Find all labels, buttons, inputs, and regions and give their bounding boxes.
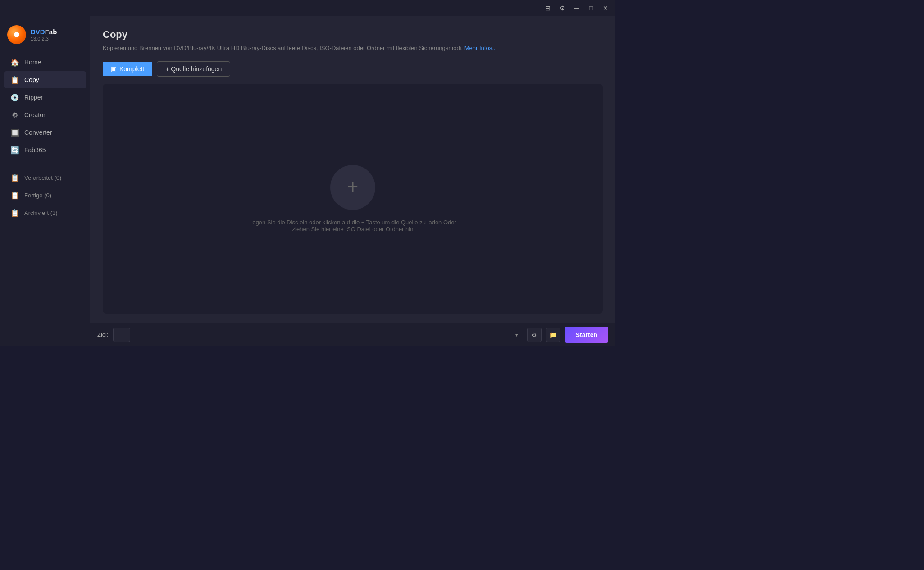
sidebar-item-fab365[interactable]: 🔄 Fab365 bbox=[4, 141, 86, 159]
sidebar-item-label: Home bbox=[24, 59, 41, 66]
copy-icon: 📋 bbox=[11, 76, 19, 84]
close-button[interactable]: ✕ bbox=[599, 3, 612, 13]
minimize-button[interactable]: ─ bbox=[570, 3, 583, 13]
sidebar-item-label: Converter bbox=[24, 129, 52, 136]
sidebar-nav: 🏠 Home 📋 Copy 💿 Ripper ⚙ Creator 🔲 Conve… bbox=[0, 53, 90, 341]
start-button[interactable]: Starten bbox=[565, 327, 608, 343]
maximize-button[interactable]: □ bbox=[585, 3, 597, 13]
home-icon: 🏠 bbox=[11, 58, 19, 66]
converter-icon: 🔲 bbox=[11, 128, 19, 137]
app-logo: DVDFab 13.0.2.3 bbox=[0, 22, 90, 53]
settings-button[interactable]: ⚙ bbox=[556, 3, 569, 13]
sidebar-item-label: Copy bbox=[24, 76, 39, 83]
add-source-circle[interactable]: + bbox=[330, 165, 375, 210]
sidebar-item-creator[interactable]: ⚙ Creator bbox=[4, 106, 86, 123]
sidebar-item-ripper[interactable]: 💿 Ripper bbox=[4, 89, 86, 106]
destination-select-wrapper bbox=[113, 328, 523, 342]
ripper-icon: 💿 bbox=[11, 93, 19, 101]
taskbar-button[interactable]: ⊟ bbox=[542, 3, 554, 13]
drop-hint: Legen Sie die Disc ein oder klicken auf … bbox=[240, 219, 465, 233]
sidebar-item-label: Ripper bbox=[24, 94, 43, 101]
toolbar: ▣ Komplett + Quelle hinzufügen bbox=[103, 61, 603, 77]
folder-icon: 📁 bbox=[549, 331, 557, 338]
sidebar-item-archived[interactable]: 📋 Archiviert (3) bbox=[4, 204, 86, 221]
queue-item-label: Fertige (0) bbox=[24, 192, 51, 199]
page-title: Copy bbox=[103, 29, 603, 41]
sidebar-item-converter[interactable]: 🔲 Converter bbox=[4, 124, 86, 141]
title-bar: ⊟ ⚙ ─ □ ✕ bbox=[0, 0, 615, 16]
komplett-icon: ▣ bbox=[111, 65, 117, 73]
sidebar-item-processing[interactable]: 📋 Verarbeitet (0) bbox=[4, 169, 86, 186]
destination-label: Ziel: bbox=[97, 331, 109, 338]
sidebar-item-label: Creator bbox=[24, 111, 46, 119]
fab365-icon: 🔄 bbox=[11, 146, 19, 154]
app-logo-icon bbox=[7, 25, 26, 44]
komplett-button[interactable]: ▣ Komplett bbox=[103, 62, 152, 76]
processing-icon: 📋 bbox=[11, 173, 19, 182]
queue-item-label: Archiviert (3) bbox=[24, 210, 58, 216]
more-info-link[interactable]: Mehr Infos... bbox=[464, 45, 497, 51]
app-body: DVDFab 13.0.2.3 🏠 Home 📋 Copy 💿 Ripper ⚙… bbox=[0, 16, 615, 346]
content-area: Copy Kopieren und Brennen von DVD/Blu-ra… bbox=[90, 16, 615, 323]
add-source-button[interactable]: + Quelle hinzufügen bbox=[157, 61, 230, 77]
sidebar-item-copy[interactable]: 📋 Copy bbox=[4, 71, 86, 88]
sidebar-item-home[interactable]: 🏠 Home bbox=[4, 54, 86, 71]
app-version: 13.0.2.3 bbox=[31, 36, 57, 41]
app-name-dvd: DVD bbox=[31, 28, 45, 36]
app-name-fab: Fab bbox=[45, 28, 57, 36]
app-name: DVDFab bbox=[31, 28, 57, 36]
drop-zone[interactable]: + Legen Sie die Disc ein oder klicken au… bbox=[103, 84, 603, 314]
sidebar: DVDFab 13.0.2.3 🏠 Home 📋 Copy 💿 Ripper ⚙… bbox=[0, 16, 90, 346]
archived-icon: 📋 bbox=[11, 209, 19, 217]
sidebar-item-label: Fab365 bbox=[24, 146, 46, 154]
browse-folder-button[interactable]: 📁 bbox=[546, 328, 560, 342]
main-content: Copy Kopieren und Brennen von DVD/Blu-ra… bbox=[90, 16, 615, 346]
destination-select[interactable] bbox=[113, 328, 130, 342]
finished-icon: 📋 bbox=[11, 191, 19, 199]
settings-icon: ⚙ bbox=[531, 331, 537, 338]
sidebar-item-finished[interactable]: 📋 Fertige (0) bbox=[4, 187, 86, 204]
bottom-bar: Ziel: ⚙ 📁 Starten bbox=[90, 323, 615, 346]
destination-settings-button[interactable]: ⚙ bbox=[527, 328, 542, 342]
plus-icon: + bbox=[347, 178, 359, 196]
queue-item-label: Verarbeitet (0) bbox=[24, 174, 61, 181]
page-description: Kopieren und Brennen von DVD/Blu-ray/4K … bbox=[103, 44, 603, 52]
sidebar-divider bbox=[5, 164, 85, 164]
creator-icon: ⚙ bbox=[11, 111, 19, 119]
